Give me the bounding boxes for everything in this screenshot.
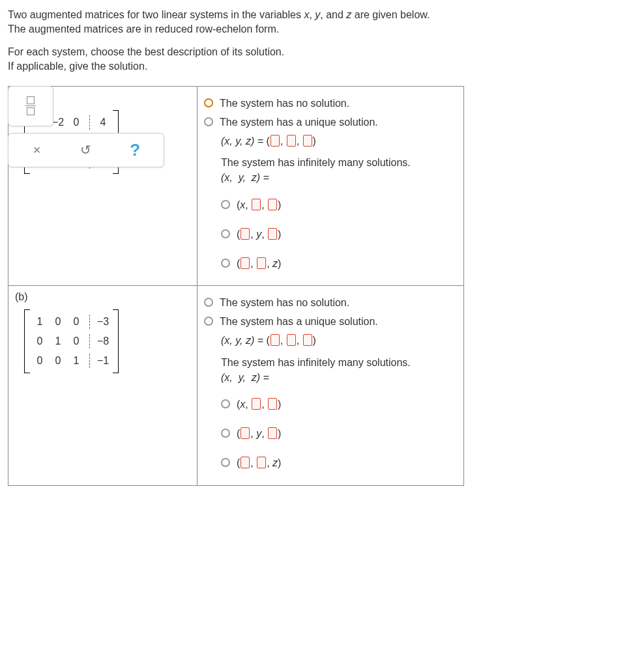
opt-a-no-solution[interactable]: The system has no solution. xyxy=(204,96,457,111)
intro-line3: For each system, choose the best descrip… xyxy=(8,45,636,59)
input-box[interactable] xyxy=(303,334,312,346)
reset-button[interactable]: ↺ xyxy=(73,142,99,158)
radio-icon[interactable] xyxy=(204,98,213,107)
help-button[interactable]: ? xyxy=(122,140,148,160)
opt-a-inf-x[interactable]: (x, , ) xyxy=(221,197,457,212)
radio-icon[interactable] xyxy=(221,259,230,268)
input-box[interactable] xyxy=(303,135,312,147)
radio-icon[interactable] xyxy=(204,298,213,307)
action-tools: × ↺ ? xyxy=(8,133,164,167)
opt-a-infinite-heading: The system has infinitely many solutions… xyxy=(221,155,457,170)
input-box[interactable] xyxy=(268,228,277,240)
close-button[interactable]: × xyxy=(24,143,50,158)
opt-b-infinite-heading: The system has infinitely many solutions… xyxy=(221,355,457,370)
input-box[interactable] xyxy=(268,398,277,410)
input-box[interactable] xyxy=(252,199,261,210)
radio-icon[interactable] xyxy=(221,229,230,238)
part-b: (b) 100−3 010−8 001−1 The system has no … xyxy=(8,286,463,485)
input-box[interactable] xyxy=(252,398,261,410)
radio-icon[interactable] xyxy=(221,429,230,438)
opt-b-inf-y[interactable]: (, y, ) xyxy=(221,426,457,441)
fraction-tool[interactable] xyxy=(8,86,53,126)
part-b-label: (b) xyxy=(15,291,190,303)
input-box[interactable] xyxy=(287,135,296,147)
input-box[interactable] xyxy=(241,228,250,240)
fraction-icon xyxy=(25,96,36,115)
opt-b-no-solution[interactable]: The system has no solution. xyxy=(204,295,457,310)
radio-icon[interactable] xyxy=(221,458,230,467)
opt-a-inf-y[interactable]: (, y, ) xyxy=(221,227,457,242)
intro-line1b: are given below. xyxy=(351,9,430,20)
opt-a-inf-z[interactable]: (, , z) xyxy=(221,256,457,271)
input-box[interactable] xyxy=(241,457,250,468)
input-box[interactable] xyxy=(257,457,266,468)
problem-intro: Two augmented matrices for two linear sy… xyxy=(8,8,636,74)
toolbar: × ↺ ? xyxy=(8,86,164,167)
opt-b-unique-solution[interactable]: The system has a unique solution. xyxy=(204,314,457,329)
input-box[interactable] xyxy=(257,257,266,269)
radio-icon[interactable] xyxy=(221,200,230,209)
intro-line1a: Two augmented matrices for two linear sy… xyxy=(8,9,304,20)
matrix-b: 100−3 010−8 001−1 xyxy=(24,309,119,373)
intro-line4: If applicable, give the solution. xyxy=(8,59,636,74)
input-box[interactable] xyxy=(241,427,250,439)
radio-icon[interactable] xyxy=(221,399,230,408)
input-box[interactable] xyxy=(271,135,280,147)
input-box[interactable] xyxy=(241,257,250,269)
input-box[interactable] xyxy=(271,334,280,346)
opt-a-unique-solution[interactable]: The system has a unique solution. xyxy=(204,115,457,130)
radio-icon[interactable] xyxy=(204,117,213,126)
intro-line2: The augmented matrices are in reduced ro… xyxy=(8,22,636,36)
radio-icon[interactable] xyxy=(204,317,213,326)
input-box[interactable] xyxy=(268,427,277,439)
input-box[interactable] xyxy=(287,334,296,346)
opt-b-inf-z[interactable]: (, , z) xyxy=(221,455,457,470)
opt-b-inf-x[interactable]: (x, , ) xyxy=(221,397,457,412)
input-box[interactable] xyxy=(268,199,277,210)
